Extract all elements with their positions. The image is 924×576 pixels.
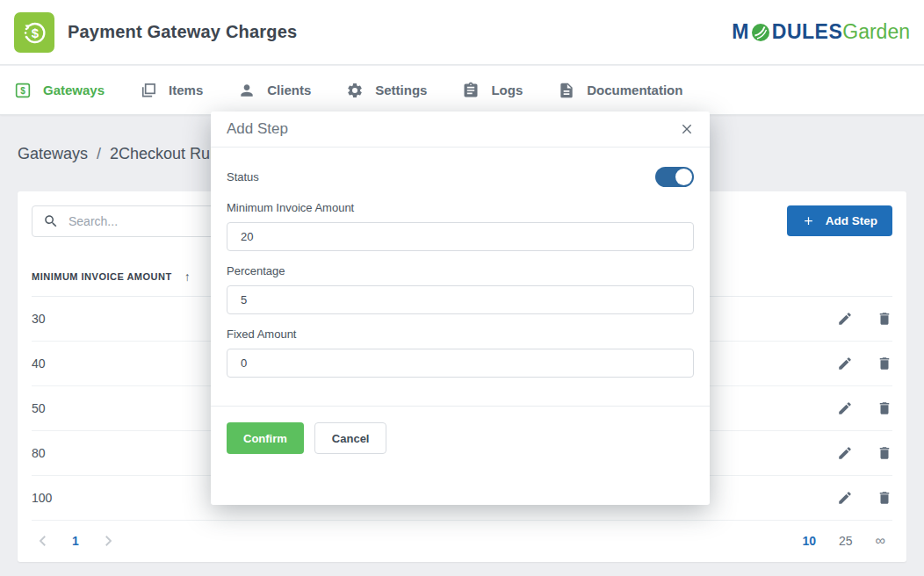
app-header: $ Payment Gateway Charges M DULES Garden xyxy=(0,0,924,65)
minimum-invoice-amount-input[interactable] xyxy=(227,222,694,251)
trash-icon[interactable] xyxy=(877,311,892,327)
app-logo-icon: $ xyxy=(14,12,54,53)
nav-item-logs[interactable]: Logs xyxy=(462,82,523,99)
trash-icon[interactable] xyxy=(877,400,892,416)
edit-pencil-icon[interactable] xyxy=(837,356,853,371)
logo-text-dules: DULES xyxy=(772,20,842,44)
row-actions xyxy=(837,490,892,506)
search-icon xyxy=(43,213,59,229)
svg-text:$: $ xyxy=(32,25,40,40)
page: $ Payment Gateway Charges M DULES Garden… xyxy=(0,0,924,576)
page-title: Payment Gateway Charges xyxy=(68,22,297,42)
fixed-amount-input[interactable] xyxy=(227,349,694,378)
nav-item-settings[interactable]: Settings xyxy=(346,82,427,99)
column-header-label: MINIMUM INVOICE AMOUNT xyxy=(32,271,172,282)
logo-text-garden: Garden xyxy=(842,20,910,44)
nav-label: Logs xyxy=(491,83,523,97)
row-actions xyxy=(837,445,892,461)
row-value: 100 xyxy=(32,491,52,505)
dollar-refresh-icon: $ xyxy=(19,18,49,47)
row-value: 50 xyxy=(32,401,46,415)
sort-ascending-icon: ↑ xyxy=(184,270,191,284)
fixed-amount-field: Fixed Amount xyxy=(227,328,694,378)
document-icon xyxy=(558,82,575,99)
percentage-field: Percentage xyxy=(227,264,694,314)
page-size-10[interactable]: 10 xyxy=(802,534,816,548)
edit-pencil-icon[interactable] xyxy=(837,311,853,327)
status-label: Status xyxy=(227,170,259,184)
percentage-input[interactable] xyxy=(227,285,694,314)
trash-icon[interactable] xyxy=(877,490,892,506)
minimum-invoice-amount-field: Minimum Invoice Amount xyxy=(227,201,694,251)
column-header-minimum-invoice-amount[interactable]: MINIMUM INVOICE AMOUNT ↑ xyxy=(32,270,191,284)
page-size-selector: 10 25 ∞ xyxy=(802,533,892,549)
svg-text:$: $ xyxy=(20,85,25,95)
minimum-invoice-amount-label: Minimum Invoice Amount xyxy=(227,201,694,214)
logo-globe-icon xyxy=(750,22,771,43)
main-nav: $ Gateways Items Clients xyxy=(0,66,924,115)
page-size-25[interactable]: 25 xyxy=(839,534,853,548)
confirm-button[interactable]: Confirm xyxy=(227,422,304,454)
status-toggle[interactable] xyxy=(655,167,694,187)
modal-body: Status Minimum Invoice Amount Percentage… xyxy=(211,148,710,378)
nav-item-documentation[interactable]: Documentation xyxy=(558,82,682,99)
row-actions xyxy=(837,356,892,371)
row-value: 30 xyxy=(32,312,46,326)
percentage-label: Percentage xyxy=(227,264,694,277)
logo-text-m: M xyxy=(732,20,749,44)
edit-pencil-icon[interactable] xyxy=(837,400,853,416)
breadcrumb: Gateways / 2Checkout Rul xyxy=(18,145,213,163)
add-step-button[interactable]: Add Step xyxy=(787,205,892,236)
trash-icon[interactable] xyxy=(877,445,892,461)
modal-header: Add Step xyxy=(211,112,710,148)
row-actions xyxy=(837,400,892,416)
layers-icon xyxy=(140,82,157,99)
plus-icon xyxy=(802,214,815,227)
add-step-label: Add Step xyxy=(826,214,877,227)
edit-pencil-icon[interactable] xyxy=(837,490,853,506)
row-value: 80 xyxy=(32,446,46,460)
row-value: 40 xyxy=(32,356,46,371)
toggle-knob xyxy=(675,169,692,185)
clipboard-icon xyxy=(462,82,480,99)
modal-footer: Confirm Cancel xyxy=(211,407,710,470)
modulesgarden-logo: M DULES Garden xyxy=(732,20,910,44)
nav-item-clients[interactable]: Clients xyxy=(238,82,311,99)
breadcrumb-gateways[interactable]: Gateways xyxy=(18,145,88,163)
gear-icon xyxy=(346,82,364,99)
cancel-button[interactable]: Cancel xyxy=(314,422,387,454)
nav-label: Documentation xyxy=(587,83,682,97)
chevron-left-icon[interactable] xyxy=(35,533,51,549)
trash-icon[interactable] xyxy=(877,356,892,371)
nav-label: Clients xyxy=(267,83,311,97)
pagination-pages: 1 xyxy=(32,533,116,549)
modal-title: Add Step xyxy=(227,120,288,138)
dollar-bill-icon: $ xyxy=(14,82,32,99)
person-icon xyxy=(238,82,256,99)
status-field: Status xyxy=(227,165,694,188)
pagination: 1 10 25 ∞ xyxy=(32,521,892,561)
add-step-modal: Add Step Status Minimum Invoice Amount P… xyxy=(211,112,710,505)
nav-label: Gateways xyxy=(43,83,105,97)
row-actions xyxy=(837,311,892,327)
nav-item-gateways[interactable]: $ Gateways xyxy=(14,82,105,99)
breadcrumb-current: 2Checkout Rul xyxy=(110,145,213,163)
close-icon[interactable] xyxy=(680,122,694,136)
page-number[interactable]: 1 xyxy=(72,534,79,548)
edit-pencil-icon[interactable] xyxy=(837,445,853,461)
nav-item-items[interactable]: Items xyxy=(140,82,203,99)
nav-label: Items xyxy=(169,83,203,97)
chevron-right-icon[interactable] xyxy=(100,533,116,549)
nav-label: Settings xyxy=(375,83,427,97)
fixed-amount-label: Fixed Amount xyxy=(227,328,694,341)
page-size-infinity-icon[interactable]: ∞ xyxy=(876,533,885,549)
breadcrumb-separator: / xyxy=(97,145,101,163)
